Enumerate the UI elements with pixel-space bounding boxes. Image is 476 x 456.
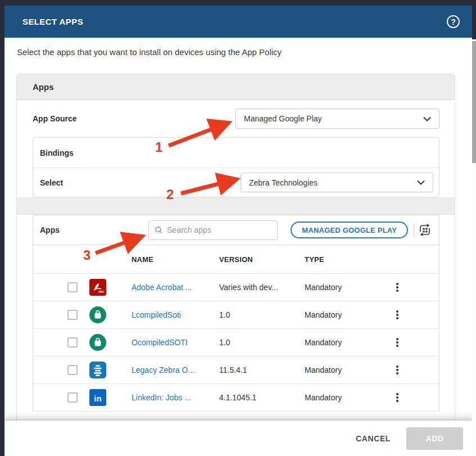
app-name-link[interactable]: LinkedIn: Jobs ... [132, 393, 219, 402]
app-source-dropdown[interactable]: Managed Google Play [235, 109, 439, 129]
dialog-header: SELECT APPS ? [4, 6, 472, 38]
row-checkbox[interactable] [67, 310, 78, 320]
bindings-select-value: Zebra Technologies [249, 178, 318, 187]
dialog-subtitle: Select the apps that you want to install… [17, 47, 455, 57]
search-box[interactable] [148, 220, 278, 240]
bindings-header: Bindings [33, 138, 439, 168]
dialog-title: SELECT APPS [22, 17, 83, 26]
app-name-link[interactable]: Adobe Acrobat ... [132, 283, 219, 292]
row-menu-icon[interactable] [392, 338, 402, 347]
app-version: 1.0 [219, 310, 305, 319]
select-apps-dialog: SELECT APPS ? Select the apps that you w… [4, 6, 472, 456]
table-row: in LinkedIn: Jobs ... 4.1.1045.1 Mandato… [33, 384, 439, 412]
bindings-select-dropdown[interactable]: Zebra Technologies [241, 173, 433, 192]
app-type: Mandatory [305, 338, 372, 347]
app-version: Varies with dev... [219, 283, 305, 292]
app-name-link[interactable]: Legacy Zebra O... [132, 365, 219, 374]
help-icon[interactable]: ? [447, 15, 460, 28]
search-input[interactable] [167, 225, 271, 234]
bindings-select-label: Select [40, 178, 63, 187]
column-header-type: TYPE [305, 255, 372, 264]
app-name-link[interactable]: LcompiledSoti [132, 310, 219, 319]
apps-section-title: Apps [33, 82, 54, 92]
app-bag-icon [89, 334, 106, 351]
linkedin-icon: in [89, 389, 106, 406]
row-checkbox[interactable] [67, 337, 78, 347]
app-type: Mandatory [305, 310, 372, 319]
row-checkbox[interactable] [67, 282, 78, 292]
add-button[interactable]: ADD [406, 427, 463, 450]
help-glyph: ? [451, 18, 456, 26]
app-source-row: App Source Managed Google Play [33, 100, 439, 137]
row-menu-icon[interactable] [392, 393, 402, 402]
svg-text:PDF: PDF [99, 290, 105, 294]
apps-list-panel: Apps MANAGED GOOGLE PLAY [33, 215, 439, 412]
apps-panel-title: Apps [40, 225, 60, 234]
chevron-down-icon [423, 116, 431, 121]
dialog-footer: CANCEL ADD [4, 421, 472, 456]
row-checkbox[interactable] [67, 392, 78, 403]
bindings-panel: Bindings Select Zebra Technologies [33, 137, 439, 197]
app-type: Mandatory [305, 365, 372, 374]
apps-section: Apps App Source Managed Google Play Bind… [16, 74, 455, 456]
column-header-name: NAME [132, 255, 219, 264]
table-row: LcompiledSoti 1.0 Mandatory [33, 301, 439, 329]
page-scrollbar[interactable] [472, 39, 476, 456]
app-source-label: App Source [33, 114, 77, 123]
app-name-link[interactable]: OcompiledSOTI [132, 338, 219, 347]
chevron-down-icon [417, 180, 425, 185]
app-version: 1.0 [219, 338, 305, 347]
search-icon [155, 225, 162, 234]
managed-google-play-button[interactable]: MANAGED GOOGLE PLAY [291, 222, 408, 238]
column-header-version: VERSION [219, 255, 305, 264]
bindings-select-row: Select Zebra Technologies [33, 168, 439, 197]
section-divider-band [17, 197, 455, 215]
app-version: 4.1.1045.1 [219, 393, 305, 402]
bindings-title: Bindings [40, 148, 74, 157]
table-body: PDF Adobe Acrobat ... Varies with dev...… [33, 274, 439, 412]
row-menu-icon[interactable] [392, 283, 402, 292]
app-source-value: Managed Google Play [244, 114, 322, 123]
svg-text:in: in [94, 394, 101, 403]
app-type: Mandatory [305, 393, 372, 402]
table-row: OcompiledSOTI 1.0 Mandatory [33, 329, 439, 356]
app-type: Mandatory [305, 283, 372, 292]
apps-toolbar: Apps MANAGED GOOGLE PLAY [33, 215, 439, 245]
scrollbar-thumb[interactable] [472, 41, 476, 163]
zebra-icon [89, 362, 106, 378]
apps-section-header: Apps [17, 74, 455, 100]
table-header: NAME VERSION TYPE [33, 245, 439, 274]
table-row: Legacy Zebra O... 11.5.4.1 Mandatory [33, 356, 439, 384]
sync-apps-grid-icon[interactable] [418, 223, 432, 238]
toolbar-divider [414, 223, 414, 237]
cancel-button[interactable]: CANCEL [356, 434, 391, 443]
row-checkbox[interactable] [67, 365, 78, 375]
row-menu-icon[interactable] [392, 310, 402, 319]
table-row: PDF Adobe Acrobat ... Varies with dev...… [33, 274, 439, 301]
row-menu-icon[interactable] [392, 365, 402, 374]
app-bag-icon [89, 306, 106, 323]
adobe-acrobat-icon: PDF [89, 279, 106, 296]
app-version: 11.5.4.1 [219, 365, 305, 374]
